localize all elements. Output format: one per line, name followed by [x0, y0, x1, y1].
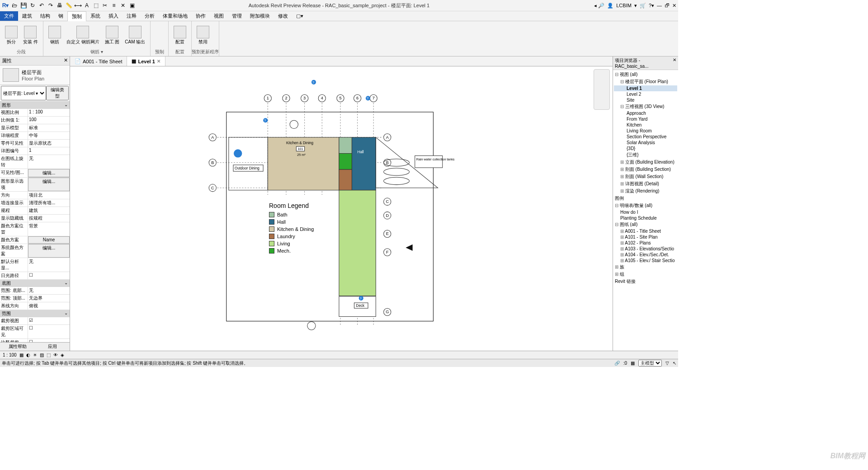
tab-addins[interactable]: 附加模块: [246, 11, 274, 21]
tab-insert[interactable]: 插入: [104, 11, 123, 21]
user-dropdown-icon[interactable]: ▾: [634, 3, 637, 9]
tree-node[interactable]: A101 - Site Plan: [614, 234, 677, 240]
prop-row[interactable]: 裁剪视图☑: [0, 317, 70, 325]
tree-node[interactable]: Solar Analysis: [614, 140, 677, 146]
tab-manage[interactable]: 管理: [228, 11, 246, 21]
prop-row[interactable]: 详细程度中等: [0, 132, 70, 140]
prop-row[interactable]: 范围: 顶部...无边界: [0, 295, 70, 302]
tree-node[interactable]: 视图 (all): [614, 71, 677, 78]
qat-dim-icon[interactable]: ⟷: [74, 2, 81, 9]
tree-node[interactable]: Approach: [614, 110, 677, 116]
tab-massing[interactable]: 体量和场地: [159, 11, 192, 21]
properties-help[interactable]: 属性帮助: [0, 343, 35, 351]
prop-row[interactable]: 可见性/图...编辑...: [0, 169, 70, 178]
tree-node[interactable]: 图例: [614, 195, 677, 202]
tab-view[interactable]: 视图: [210, 11, 228, 21]
qat-switch-icon[interactable]: ▣: [128, 2, 136, 9]
btn-mount[interactable]: 安装 件: [21, 25, 40, 45]
qat-3d-icon[interactable]: ⬚: [92, 2, 99, 9]
prop-row[interactable]: 比例值 1:100: [0, 117, 70, 124]
tree-node[interactable]: Section Perspective: [614, 134, 677, 140]
prop-row[interactable]: 裁剪区域可见☐: [0, 325, 70, 339]
tab-precast[interactable]: 预制: [67, 11, 86, 21]
qat-open-icon[interactable]: 🗁: [11, 2, 18, 9]
tab-annotate[interactable]: 注释: [123, 11, 141, 21]
tab-struct[interactable]: 结构: [36, 11, 54, 21]
browser-close-icon[interactable]: ✕: [673, 57, 676, 69]
user-icon[interactable]: 👤: [607, 3, 613, 9]
restore-icon[interactable]: 🗗: [665, 3, 670, 8]
tab-file[interactable]: 文件: [0, 11, 18, 21]
tree-node[interactable]: A105 - Elev./ Stair Sectio: [614, 258, 677, 263]
app-menu-icon[interactable]: R▾: [2, 2, 9, 9]
browser-tree[interactable]: 视图 (all)楼层平面 (Floor Plan)Level 1Level 2S…: [613, 70, 678, 351]
prop-row[interactable]: 注释裁剪☐: [0, 339, 70, 342]
tree-node[interactable]: Revit 链接: [614, 278, 677, 285]
tree-node[interactable]: Level 2: [614, 91, 677, 97]
drawing-canvas[interactable]: 1 2 3 4 5 6 7 A B C A B C D E: [70, 66, 613, 351]
prop-row[interactable]: 颜色方案位置背景: [0, 222, 70, 236]
status-model-icon[interactable]: ▦: [631, 361, 635, 366]
prop-row[interactable]: 系统颜色方案编辑...: [0, 244, 70, 258]
vc-reveal-icon[interactable]: ◈: [61, 352, 64, 357]
tree-node[interactable]: 剖面 (Wall Section): [614, 173, 677, 180]
qat-measure-icon[interactable]: 📏: [65, 2, 72, 9]
tab-arch[interactable]: 建筑: [18, 11, 36, 21]
tree-node[interactable]: A103 - Elevations/Sectio: [614, 246, 677, 252]
prop-row[interactable]: 默认分析显...无: [0, 258, 70, 272]
tree-node[interactable]: 明细表/数量 (all): [614, 202, 677, 209]
tree-node[interactable]: Level 1: [614, 85, 677, 91]
tab-systems[interactable]: 系统: [86, 11, 104, 21]
tree-node[interactable]: Planting Schedule: [614, 215, 677, 221]
prop-row[interactable]: 图形显示选项编辑...: [0, 178, 70, 192]
tree-node[interactable]: 立面 (Building Elevation): [614, 159, 677, 166]
vc-style-icon[interactable]: ◐: [26, 352, 30, 357]
btn-rebar[interactable]: 钢筋: [46, 25, 63, 45]
prop-row[interactable]: 日光路径☐: [0, 272, 70, 280]
qat-thin-icon[interactable]: ≡: [110, 2, 118, 9]
properties-grid[interactable]: 图形⌄视图比例1 : 100比例值 1:100显示模型标准详细程度中等零件可见性…: [0, 102, 70, 342]
properties-close-icon[interactable]: ✕: [64, 57, 68, 64]
qat-undo-icon[interactable]: ↶: [38, 2, 45, 9]
btn-custom-mesh[interactable]: 自定义 钢筋网片: [64, 25, 102, 45]
ribbon-collapse-icon[interactable]: ▢▾: [292, 12, 307, 20]
edit-type-button[interactable]: 编辑类型: [46, 86, 69, 100]
prop-row[interactable]: 显示模型标准: [0, 124, 70, 132]
status-link-icon[interactable]: 🔗: [614, 361, 620, 366]
btn-config[interactable]: 配置: [171, 25, 189, 45]
status-model-select[interactable]: 主模型: [638, 360, 662, 367]
tree-node[interactable]: Living Room: [614, 128, 677, 134]
prop-row[interactable]: 颜色方案Name: [0, 236, 70, 244]
tab-modify[interactable]: 修改: [274, 11, 292, 21]
tree-node[interactable]: 族: [614, 263, 677, 271]
navigation-bar[interactable]: [594, 69, 610, 110]
qat-save-icon[interactable]: 💾: [20, 2, 27, 9]
status-select-icon[interactable]: ↖: [673, 361, 676, 366]
prop-row[interactable]: 规程建筑: [0, 207, 70, 215]
tree-node[interactable]: Kitchen: [614, 122, 677, 128]
infocenter-icon[interactable]: ◂ 🔎: [594, 3, 604, 9]
close-icon[interactable]: ✕: [672, 3, 676, 9]
qat-text-icon[interactable]: A: [83, 2, 90, 9]
view-type-selector[interactable]: 楼层平面: Level ▾: [1, 86, 46, 100]
tree-node[interactable]: 组: [614, 271, 677, 278]
tree-node[interactable]: 三维视图 (3D View): [614, 103, 677, 110]
tab-analyze[interactable]: 分析: [141, 11, 159, 21]
prop-row[interactable]: 在图纸上旋转无: [0, 155, 70, 169]
tree-node[interactable]: {三维}: [614, 151, 677, 159]
properties-apply[interactable]: 应用: [35, 343, 70, 351]
doctab-sheet[interactable]: 📄 A001 - Title Sheet: [70, 56, 127, 66]
qat-close-icon[interactable]: ✕: [119, 2, 127, 9]
tree-node[interactable]: 详图视图 (Detail): [614, 180, 677, 188]
prop-row[interactable]: 零件可见性显示原状态: [0, 140, 70, 147]
prop-row[interactable]: 墙连接显示清理所有墙...: [0, 199, 70, 207]
qat-section-icon[interactable]: ✂: [101, 2, 108, 9]
btn-disable[interactable]: 禁用: [194, 25, 212, 45]
prop-row[interactable]: 方向项目北: [0, 192, 70, 199]
tree-node[interactable]: From Yard: [614, 116, 677, 122]
tree-node[interactable]: A001 - Title Sheet: [614, 228, 677, 234]
btn-shop-drawing[interactable]: 施工 图: [103, 25, 122, 45]
prop-row[interactable]: 视图比例1 : 100: [0, 109, 70, 117]
vc-detail-icon[interactable]: ▦: [19, 352, 24, 357]
prop-row[interactable]: 详图编号1: [0, 147, 70, 155]
